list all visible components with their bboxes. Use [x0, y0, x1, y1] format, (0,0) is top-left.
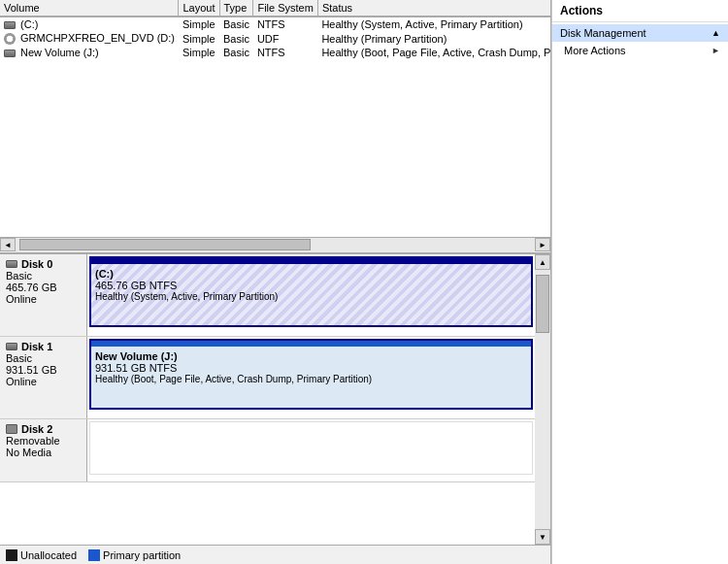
- disk-0-type: Basic: [6, 270, 81, 282]
- disk-0-name: Disk 0: [6, 258, 81, 270]
- type-cell: Basic: [219, 46, 253, 59]
- disk-2-label: Disk 2 Removable No Media: [0, 419, 87, 481]
- fs-cell: UDF: [253, 31, 317, 46]
- layout-cell: Simple: [179, 31, 219, 46]
- partition-c-status: Healthy (System, Active, Primary Partiti…: [95, 291, 527, 302]
- table-row[interactable]: New Volume (J:) Simple Basic NTFS Health…: [0, 46, 550, 59]
- actions-panel: Actions Disk Management ▲ More Actions ►: [551, 0, 728, 564]
- scroll-vtrack[interactable]: [535, 270, 550, 529]
- dvd-icon: [4, 33, 16, 45]
- hdd-icon: [6, 260, 17, 268]
- disk-row-1: Disk 1 Basic 931.51 GB Online New Volume…: [0, 337, 535, 419]
- disk-graphical-section: Disk 0 Basic 465.76 GB Online (C:) 465.7…: [0, 254, 550, 564]
- partition-j-status: Healthy (Boot, Page File, Active, Crash …: [95, 374, 527, 384]
- disk-1-label: Disk 1 Basic 931.51 GB Online: [0, 337, 87, 418]
- more-actions-label: More Actions: [564, 45, 626, 56]
- partition-c-size: 465.76 GB NTFS: [95, 280, 527, 291]
- disk-1-content[interactable]: New Volume (J:) 931.51 GB NTFS Healthy (…: [87, 337, 535, 418]
- chevron-up-icon: ▲: [711, 28, 720, 38]
- scroll-vthumb[interactable]: [536, 275, 549, 333]
- disk-row-0: Disk 0 Basic 465.76 GB Online (C:) 465.7…: [0, 254, 535, 337]
- fs-cell: NTFS: [253, 17, 317, 31]
- type-cell: Basic: [219, 31, 253, 46]
- partition-empty: [89, 421, 533, 475]
- col-volume: Volume: [0, 0, 179, 17]
- scroll-track[interactable]: [16, 238, 535, 252]
- table-row[interactable]: (C:) Simple Basic NTFS Healthy (System, …: [0, 17, 550, 31]
- volume-name: (C:): [0, 17, 179, 31]
- disk-2-status: No Media: [6, 447, 81, 458]
- disk-0-content[interactable]: (C:) 465.76 GB NTFS Healthy (System, Act…: [87, 254, 535, 336]
- volume-table: Volume Layout Type File System Status (C…: [0, 0, 550, 59]
- table-row[interactable]: GRMCHPXFREO_EN_DVD (D:) Simple Basic UDF…: [0, 31, 550, 46]
- disk-vscrollbar[interactable]: ▲ ▼: [535, 254, 550, 545]
- partition-j[interactable]: New Volume (J:) 931.51 GB NTFS Healthy (…: [89, 339, 533, 410]
- table-hscrollbar[interactable]: ◄ ►: [0, 237, 550, 252]
- volume-name: New Volume (J:): [0, 46, 179, 59]
- disk-management-label: Disk Management: [560, 27, 646, 39]
- disk-2-content[interactable]: [87, 419, 535, 481]
- disk-1-name: Disk 1: [6, 341, 81, 352]
- legend-primary: Primary partition: [88, 549, 181, 561]
- col-filesystem: File System: [253, 0, 317, 17]
- legend-primary-label: Primary partition: [103, 549, 181, 561]
- hdd-icon: [4, 21, 16, 29]
- col-status: Status: [317, 0, 550, 17]
- scroll-up-btn[interactable]: ▲: [535, 254, 550, 270]
- hdd-icon: [4, 50, 16, 57]
- type-cell: Basic: [219, 17, 253, 31]
- partition-c[interactable]: (C:) 465.76 GB NTFS Healthy (System, Act…: [89, 256, 533, 327]
- scroll-thumb[interactable]: [19, 239, 311, 250]
- scroll-left-btn[interactable]: ◄: [0, 238, 16, 251]
- disk-2-name: Disk 2: [6, 423, 81, 435]
- primary-swatch: [88, 549, 100, 561]
- legend-bar: Unallocated Primary partition: [0, 545, 550, 564]
- scroll-right-btn[interactable]: ►: [535, 238, 550, 251]
- actions-section: Disk Management ▲ More Actions ►: [552, 22, 728, 61]
- removable-icon: [6, 424, 17, 434]
- legend-unallocated: Unallocated: [6, 549, 77, 561]
- disk-management-section-header[interactable]: Disk Management ▲: [552, 24, 728, 42]
- disk-row-2: Disk 2 Removable No Media: [0, 419, 535, 482]
- partition-j-size: 931.51 GB NTFS: [95, 362, 527, 374]
- disk-0-label: Disk 0 Basic 465.76 GB Online: [0, 254, 87, 336]
- unallocated-swatch: [6, 549, 17, 561]
- partition-c-name: (C:): [95, 268, 527, 280]
- arrow-right-icon: ►: [711, 46, 720, 55]
- disk-1-type: Basic: [6, 352, 81, 364]
- actions-header: Actions: [552, 0, 728, 22]
- disk-0-size: 465.76 GB: [6, 282, 81, 293]
- fs-cell: NTFS: [253, 46, 317, 59]
- hdd-icon: [6, 343, 17, 350]
- disk-2-type: Removable: [6, 435, 81, 447]
- col-layout: Layout: [179, 0, 219, 17]
- status-cell: Healthy (Primary Partition): [317, 31, 550, 46]
- more-actions-item[interactable]: More Actions ►: [552, 42, 728, 59]
- disk-0-status: Online: [6, 293, 81, 305]
- legend-unallocated-label: Unallocated: [20, 549, 77, 561]
- status-cell: Healthy (Boot, Page File, Active, Crash …: [317, 46, 550, 59]
- layout-cell: Simple: [179, 46, 219, 59]
- volume-name: GRMCHPXFREO_EN_DVD (D:): [0, 31, 179, 46]
- disk-1-status: Online: [6, 376, 81, 387]
- partition-j-name: New Volume (J:): [95, 350, 527, 362]
- col-type: Type: [219, 0, 253, 17]
- disk-1-size: 931.51 GB: [6, 364, 81, 376]
- status-cell: Healthy (System, Active, Primary Partiti…: [317, 17, 550, 31]
- layout-cell: Simple: [179, 17, 219, 31]
- scroll-down-btn[interactable]: ▼: [535, 529, 550, 545]
